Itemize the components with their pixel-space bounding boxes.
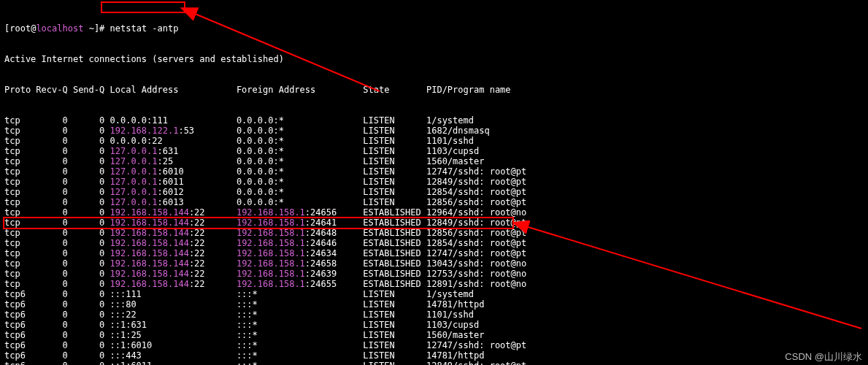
table-row: tcp 0 0 192.168.158.144:22 192.168.158.1… <box>4 269 864 279</box>
table-row: tcp6 0 0 :::111 :::* LISTEN 1/systemd <box>4 289 864 299</box>
terminal[interactable]: [root@localhost ~]# netstat -antp Active… <box>0 0 868 365</box>
table-row: tcp 0 0 0.0.0.0:22 0.0.0.0:* LISTEN 1101… <box>4 136 864 146</box>
table-row: tcp6 0 0 ::1:6010 :::* LISTEN 12747/sshd… <box>4 340 864 350</box>
table-row: tcp 0 0 127.0.0.1:6013 0.0.0.0:* LISTEN … <box>4 197 864 207</box>
table-row: tcp 0 0 192.168.158.144:22 192.168.158.1… <box>4 248 864 258</box>
table-row: tcp6 0 0 ::1:25 :::* LISTEN 1560/master <box>4 330 864 340</box>
table-row: tcp 0 0 192.168.158.144:22 192.168.158.1… <box>4 207 864 218</box>
table-row: tcp 0 0 192.168.158.144:22 192.168.158.1… <box>4 228 864 238</box>
prompt-line-1: [root@localhost ~]# netstat -antp <box>4 23 864 34</box>
table-row: tcp 0 0 127.0.0.1:6011 0.0.0.0:* LISTEN … <box>4 177 864 187</box>
banner: Active Internet connections (servers and… <box>4 54 864 64</box>
table-row: tcp 0 0 127.0.0.1:6012 0.0.0.0:* LISTEN … <box>4 187 864 197</box>
table-row: tcp 0 0 192.168.122.1:53 0.0.0.0:* LISTE… <box>4 126 864 136</box>
table-row: tcp6 0 0 ::1:6011 :::* LISTEN 12849/sshd… <box>4 361 864 365</box>
table-row: tcp 0 0 0.0.0.0:111 0.0.0.0:* LISTEN 1/s… <box>4 115 864 126</box>
table-row: tcp 0 0 192.168.158.144:22 192.168.158.1… <box>4 258 864 269</box>
table-row: tcp6 0 0 :::22 :::* LISTEN 1101/sshd <box>4 310 864 320</box>
highlight-cmd <box>101 1 185 13</box>
table-row: tcp 0 0 127.0.0.1:25 0.0.0.0:* LISTEN 15… <box>4 156 864 166</box>
watermark: CSDN @山川绿水 <box>785 352 862 362</box>
table-row: tcp6 0 0 :::443 :::* LISTEN 14781/httpd <box>4 350 864 361</box>
table-row: tcp6 0 0 :::80 :::* LISTEN 14781/httpd <box>4 299 864 310</box>
table-row: tcp 0 0 127.0.0.1:631 0.0.0.0:* LISTEN 1… <box>4 146 864 156</box>
table-row: tcp 0 0 127.0.0.1:6010 0.0.0.0:* LISTEN … <box>4 166 864 177</box>
table-row: tcp 0 0 192.168.158.144:22 192.168.158.1… <box>4 238 864 248</box>
header-row: Proto Recv-Q Send-Q Local Address Foreig… <box>4 85 864 95</box>
table-row: tcp6 0 0 ::1:631 :::* LISTEN 1103/cupsd <box>4 320 864 330</box>
table-row: tcp 0 0 192.168.158.144:22 192.168.158.1… <box>4 279 864 289</box>
table-row: tcp 0 0 192.168.158.144:22 192.168.158.1… <box>4 218 864 228</box>
